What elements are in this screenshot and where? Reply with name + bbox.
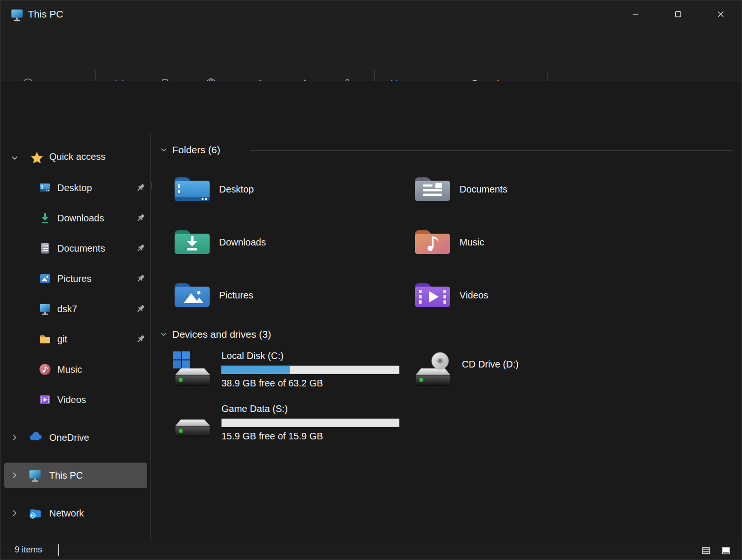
sidebar-item-label: Desktop xyxy=(57,183,92,193)
drive-free-space: 38.9 GB free of 63.2 GB xyxy=(221,378,399,389)
hdd-icon xyxy=(170,406,214,444)
desktop-folder-icon xyxy=(172,175,212,203)
minimize-button[interactable] xyxy=(624,5,647,23)
drive-tile-cd-drive-d[interactable]: CD Drive (D:) xyxy=(411,350,519,388)
pin-icon xyxy=(135,243,146,254)
close-button[interactable] xyxy=(709,5,732,23)
sidebar-item-dsk7[interactable]: dsk7 xyxy=(0,294,151,324)
folders-section-header[interactable]: Folders (6) xyxy=(159,144,221,156)
drives-section-title: Devices and drives (3) xyxy=(172,329,271,340)
folder-tile-downloads[interactable]: Downloads xyxy=(172,228,266,256)
folder-tile-label: Downloads xyxy=(219,237,266,248)
sidebar-item-git[interactable]: git xyxy=(0,324,151,354)
chevron-down-icon xyxy=(159,146,168,154)
sidebar-item-downloads[interactable]: Downloads xyxy=(0,203,151,233)
drive-name: Local Disk (C:) xyxy=(221,350,399,361)
drive-usage-fill xyxy=(222,366,290,374)
folder-tile-desktop[interactable]: Desktop xyxy=(172,175,254,203)
navigation-pane: Quick access Desktop Downloads Documents… xyxy=(0,133,151,540)
downloads-icon xyxy=(38,211,52,225)
monitor-icon xyxy=(28,468,42,482)
music-icon xyxy=(38,363,52,376)
chevron-right-icon[interactable] xyxy=(10,471,19,480)
videos-folder-icon xyxy=(413,281,452,309)
drives-section-header[interactable]: Devices and drives (3) xyxy=(159,329,271,340)
sidebar-item-documents[interactable]: Documents xyxy=(0,233,151,263)
details-view-button[interactable] xyxy=(698,543,714,558)
sidebar-item-pictures[interactable]: Pictures xyxy=(0,263,151,294)
onedrive-icon xyxy=(28,430,43,445)
drive-name: Game Data (S:) xyxy=(221,403,399,414)
window-title: This PC xyxy=(28,9,63,20)
hdd-windows-icon xyxy=(170,350,214,388)
quick-access-label: Quick access xyxy=(49,151,106,162)
chevron-right-icon[interactable] xyxy=(10,433,19,442)
section-divider xyxy=(324,335,733,335)
minimize-icon xyxy=(630,9,641,20)
sidebar-item-desktop[interactable]: Desktop xyxy=(0,173,151,203)
folder-tile-music[interactable]: Music xyxy=(413,228,484,256)
titlebar: This PC xyxy=(0,0,742,29)
navigation-bar: This PC xyxy=(0,81,742,133)
sidebar-item-network[interactable]: Network xyxy=(0,498,151,528)
documents-icon xyxy=(38,242,52,255)
sidebar-item-music[interactable]: Music xyxy=(0,354,151,385)
status-bar: 9 items xyxy=(0,540,742,560)
command-bar: New Sort View xyxy=(0,29,742,80)
sidebar-item-this-pc[interactable]: This PC xyxy=(0,460,151,490)
cd-disc-icon xyxy=(432,352,449,369)
pictures-icon xyxy=(38,272,52,285)
folder-tile-videos[interactable]: Videos xyxy=(413,281,488,309)
this-pc-icon xyxy=(10,8,24,22)
pin-icon xyxy=(135,182,146,193)
folder-tile-label: Music xyxy=(459,237,484,248)
sidebar-item-label: Music xyxy=(57,364,82,375)
sidebar-item-onedrive[interactable]: OneDrive xyxy=(0,422,151,453)
folder-tile-pictures[interactable]: Pictures xyxy=(172,281,253,309)
maximize-button[interactable] xyxy=(667,5,689,23)
file-explorer-window: This PC New xyxy=(0,0,742,560)
drive-usage-bar xyxy=(221,366,399,374)
sidebar-item-label: Downloads xyxy=(57,213,104,224)
sidebar-item-label: dsk7 xyxy=(57,304,77,315)
sidebar-item-label: git xyxy=(57,334,67,345)
documents-folder-icon xyxy=(413,175,452,203)
pin-icon xyxy=(135,212,146,224)
music-folder-icon xyxy=(413,228,452,256)
drive-name: CD Drive (D:) xyxy=(462,359,519,370)
windows-logo-icon xyxy=(173,351,190,368)
sidebar-item-label: Documents xyxy=(57,243,105,254)
sidebar-item-label: Pictures xyxy=(57,273,91,284)
folder-tile-label: Documents xyxy=(459,184,507,195)
chevron-down-icon xyxy=(159,330,168,339)
maximize-icon xyxy=(672,9,684,20)
items-count: 9 items xyxy=(15,545,42,555)
drive-free-space: 15.9 GB free of 15.9 GB xyxy=(221,431,399,442)
monitor-icon xyxy=(38,302,52,315)
large-icons-view-icon xyxy=(721,544,731,557)
cd-drive-icon xyxy=(411,350,454,388)
sidebar-item-label: OneDrive xyxy=(49,432,89,443)
files-pane: Folders (6) Desktop Documents Downloads … xyxy=(151,133,742,540)
sidebar-quick-access[interactable]: Quick access xyxy=(0,145,151,171)
folder-tile-label: Pictures xyxy=(219,290,253,301)
desktop-icon xyxy=(38,181,52,194)
sidebar-item-label: Videos xyxy=(57,394,86,405)
network-icon xyxy=(28,506,43,521)
details-view-icon xyxy=(701,544,711,557)
videos-icon xyxy=(38,393,52,406)
drive-tile-game-data-s[interactable]: Game Data (S:) 15.9 GB free of 15.9 GB xyxy=(170,403,399,444)
chevron-right-icon[interactable] xyxy=(10,508,19,518)
sidebar-item-videos[interactable]: Videos xyxy=(0,385,151,415)
large-icons-view-button[interactable] xyxy=(718,543,734,558)
sidebar-item-label: Network xyxy=(49,508,84,519)
star-icon xyxy=(30,151,44,167)
folder-icon xyxy=(38,332,52,346)
pin-icon xyxy=(135,273,146,284)
downloads-folder-icon xyxy=(172,228,212,256)
sidebar-item-label: This PC xyxy=(49,470,83,481)
chevron-down-icon[interactable] xyxy=(10,153,19,163)
folder-tile-documents[interactable]: Documents xyxy=(413,175,507,203)
folders-section-title: Folders (6) xyxy=(172,144,221,156)
drive-tile-local-disk-c[interactable]: Local Disk (C:) 38.9 GB free of 63.2 GB xyxy=(170,350,399,389)
